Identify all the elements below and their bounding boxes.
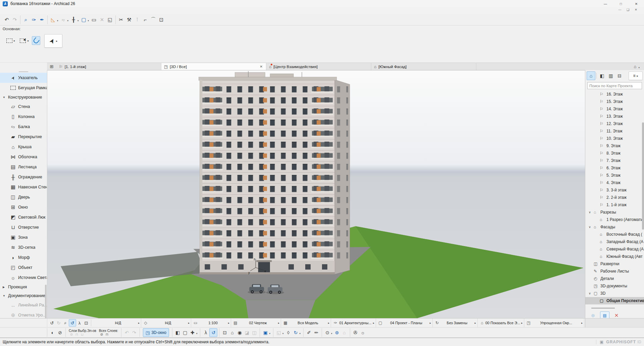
tab-first-floor[interactable]: ⚐ [1. 1-й этаж] [56,63,161,70]
viewport-3d[interactable]: z y x [47,70,585,318]
tree-story-14[interactable]: ⚐ 14. Этаж [585,105,644,113]
show-hide-swap-icon[interactable]: ◐ [49,329,56,337]
tree-story-7[interactable]: ⚐ 7. Этаж [585,157,644,164]
add-view-icon[interactable]: ⊕ [589,312,597,318]
adjust-icon[interactable]: ⚒ [125,16,133,24]
pointer-mode-button[interactable]: ➤▸ [44,34,62,48]
tree-story-6[interactable]: ⚐ 6. Этаж [585,164,644,172]
mdi-minimize-icon[interactable]: — [616,8,624,11]
coordinates-icon[interactable]: xy [59,16,67,24]
tool-column[interactable]: ▯ Колонна [0,112,47,122]
filter-elements-icon[interactable]: ▣ [262,329,269,337]
tree-details[interactable]: ◴ Детали [585,275,644,282]
surface-paint-wet-icon[interactable]: ✏ [313,329,320,337]
stretch-icon[interactable]: ✕ [98,16,106,24]
mdi-close-icon[interactable]: ✕ [632,8,640,11]
tree-section-1[interactable]: ⌂ 1 Разрез (Автомати [585,216,644,223]
tool-roof[interactable]: ⌂ Крыша [0,142,47,152]
pick-up-parameters-icon[interactable]: ✑ [30,16,38,24]
3d-window-button[interactable]: ◳ 3D-окно [143,328,169,337]
fill-filter-icon[interactable]: ◊ [285,329,292,337]
tree-elevation-south[interactable]: ⌂ Южный Фасад (Авт [585,253,644,260]
tab-interaction-center[interactable]: ⌂ [Центр Взаимодействия] [266,63,371,70]
transform-3d-icon[interactable]: ◱ [275,329,282,337]
tool-curtain-wall[interactable]: ▦ Навесная Стена [0,182,47,192]
tree-3d-documents[interactable]: ◳ 3D-документы [585,282,644,290]
combo-layer[interactable]: ▤ 02 Чертеж ▸ [231,319,281,327]
tree-story-4[interactable]: ⚐ 4. Этаж [585,179,644,186]
tab-close-icon[interactable]: ✕ [259,65,263,68]
fillet-icon[interactable]: ⌒ [149,16,157,24]
layout-book-icon[interactable]: ▥ [606,71,615,80]
tool-beam[interactable]: ▭ Балка [0,122,47,132]
hide-layer-icon[interactable]: ⊘ [69,333,74,336]
delete-view-icon[interactable]: ✕ [612,312,621,318]
section-design[interactable]: ▼ Конструирование [0,93,47,102]
tree-interior-elevations[interactable]: ◫ Развертки [585,260,644,268]
forward-icon[interactable]: ↻ [55,320,62,326]
redo-view-icon[interactable]: ↷ [130,329,138,337]
tool-morph[interactable]: ◗ Морф [0,252,47,263]
section-projection[interactable]: ▶ Проекция [0,283,47,291]
tool-door[interactable]: ◫ Дверь [0,192,47,202]
maximize-button[interactable]: □ [613,0,629,7]
tab-list-house-icon[interactable]: ⌂ [632,63,638,71]
edit-transform-icon[interactable]: ◱ [106,16,114,24]
tree-elevation-east[interactable]: ⌂ Восточный Фасад ( [585,231,644,238]
explore-walk-icon[interactable]: λ [202,329,209,337]
combo-structure-display[interactable]: ▦ Вся Модель ▸ [281,319,331,327]
mirror-view-icon[interactable]: ◫ [251,329,258,337]
snapshot-icon[interactable]: ⊙ [324,329,331,337]
tool-skylight[interactable]: ◩ Световой Люк [0,212,47,222]
guide-lines-icon[interactable]: ◺ [49,16,57,24]
section-documentation[interactable]: ▼ Документирование [0,291,47,300]
lock-all-layers-icon[interactable]: ⊓ [104,333,110,336]
rotate-view-icon[interactable]: ↻ [292,329,300,337]
tool-zone[interactable]: ▣ Зона [0,232,47,242]
tool-opening[interactable]: ⊔ Отверстие [0,222,47,232]
menu-item[interactable] [12,10,18,11]
tab-overview-button[interactable]: ⊞ [47,63,56,70]
fit-in-window-icon[interactable]: ⊡ [83,320,90,326]
marquee-select-button[interactable]: ➤▸ [18,36,31,45]
tree-elevations[interactable]: ∨ ⌂ Фасады [585,223,644,231]
tree-elevation-north[interactable]: ⌂ Северный Фасад (А [585,245,644,253]
inject-parameters-icon[interactable]: ✒ [38,16,46,24]
tool-railing[interactable]: ╫ Ограждение [0,172,47,182]
orbit-icon[interactable]: ↺ [69,319,76,327]
tree-story-11[interactable]: ⚐ 11. Этаж [585,127,644,135]
project-map-icon[interactable]: ⌂ [587,71,595,80]
combo-model-view[interactable]: ▢ 04 Проект - Планы ▸ [376,319,433,327]
cutaway-icon[interactable]: ◪ [243,329,251,337]
home-view-icon[interactable]: ⌂ [228,329,236,337]
combo-renovation-na[interactable]: ◇ Н/Д ▸ [141,319,191,327]
tree-story-15[interactable]: ⚐ 15. Этаж [585,98,644,105]
look-to-icon[interactable]: ⊡ [221,329,228,337]
combo-renovation-filter[interactable]: ⌂ 00 Показать Все Э... ▸ [478,319,524,327]
tree-story-8[interactable]: ⚐ 8. Этаж [585,150,644,157]
orbit-mode-icon[interactable]: ↺ [209,328,217,337]
bounding-box-icon[interactable]: ▢ [181,329,189,337]
tool-wall[interactable]: ▱ Стена [0,102,47,112]
tree-worksheets[interactable]: ✎ Рабочие Листы [585,268,644,275]
combo-overrides[interactable]: ↻ Без Замены ▸ [433,319,478,327]
tree-sections[interactable]: ∨ ⌂ Разрезы [585,209,644,216]
tree-story-16[interactable]: ⚐ 16. Этаж [585,91,644,98]
measure-icon[interactable]: ▭ [90,16,98,24]
tree-story-9[interactable]: ⚐ 9. Этаж [585,142,644,150]
tab-3d-all[interactable]: ◳ [3D / Все] ✕ [161,63,266,70]
walk-icon[interactable]: λ [76,320,83,326]
back-icon[interactable]: ↺ [49,320,55,326]
tool-object[interactable]: ◰ Объект [0,263,47,273]
flythrough-icon[interactable]: ✇ [352,329,359,337]
tool-slab[interactable]: ▰ Перекрытие [0,132,47,142]
combo-pen-set[interactable]: ✑ 01 Архитектурны... ▸ [331,319,376,327]
menu-item[interactable] [48,10,54,11]
menu-item[interactable] [24,10,30,11]
tool-stair[interactable]: ▤ Лестница [0,162,47,172]
lock-layer-icon[interactable]: ⊓ [74,333,79,336]
marquee-poly-button[interactable]: ▸ [5,36,17,45]
tool-window[interactable]: ⊞ Окно [0,202,47,212]
minimize-button[interactable]: — [598,0,613,7]
tree-story-2[interactable]: ⚐ 2. 2-й этаж [585,194,644,201]
